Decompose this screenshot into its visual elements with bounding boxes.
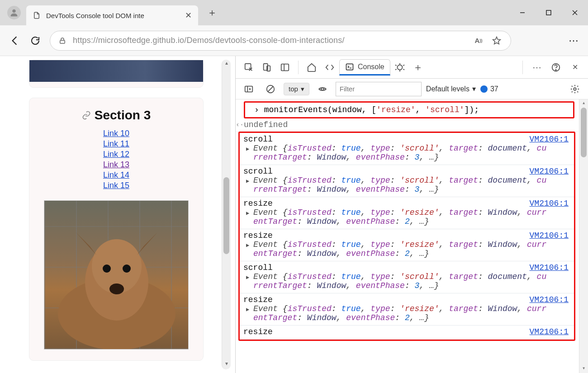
profile-icon[interactable] <box>7 6 21 19</box>
lock-icon <box>58 37 66 45</box>
console-filter-input[interactable] <box>336 82 422 96</box>
console-events-box: scrollVM2106:1▶Event {isTrusted: true, t… <box>238 132 575 341</box>
console-command-text: monitorEvents(window, ['resize', 'scroll… <box>264 105 479 114</box>
page-scrollbar[interactable]: ▴ ▾ <box>222 60 231 369</box>
favorite-icon[interactable] <box>491 35 503 47</box>
placeholder-image <box>29 60 203 82</box>
browser-tab[interactable]: DevTools Console tool DOM inte ✕ <box>26 5 198 25</box>
tab-title: DevTools Console tool DOM inte <box>46 12 180 19</box>
expand-triangle-icon[interactable]: ▶ <box>246 178 249 184</box>
scroll-up-icon[interactable]: ▴ <box>222 60 231 69</box>
section2-image-card <box>29 60 204 88</box>
svg-marker-9 <box>76 232 96 255</box>
back-button[interactable] <box>8 34 21 47</box>
chevron-down-icon: ▾ <box>301 85 304 93</box>
section3-link[interactable]: Link 11 <box>29 139 203 149</box>
scroll-thumb[interactable] <box>581 108 587 157</box>
execution-context-selector[interactable]: top▾ <box>284 83 309 95</box>
console-event-row: resizeVM2106:1 <box>240 326 574 340</box>
page-viewport[interactable]: Section 3 Link 10Link 11Link 12Link 13Li… <box>3 60 222 369</box>
section3-image <box>44 200 189 349</box>
console-event-row: resizeVM2106:1▶Event {isTrusted: true, t… <box>240 229 574 261</box>
source-link[interactable]: VM2106:1 <box>530 263 569 272</box>
svg-point-34 <box>321 88 324 90</box>
svg-rect-2 <box>546 10 551 15</box>
scroll-thumb[interactable] <box>223 177 229 254</box>
console-command-row: › monitorEvents(window, ['resize', 'scro… <box>244 101 574 118</box>
console-tab[interactable]: Console <box>339 59 390 76</box>
tab-close-icon[interactable]: ✕ <box>185 10 192 20</box>
console-return-text: undefined <box>244 120 574 129</box>
svg-line-25 <box>403 65 404 66</box>
new-tab-button[interactable]: ＋ <box>204 5 220 20</box>
source-link[interactable]: VM2106:1 <box>530 327 569 336</box>
devtools-close-icon[interactable]: ✕ <box>566 60 583 75</box>
source-link[interactable]: VM2106:1 <box>530 295 569 304</box>
expand-triangle-icon[interactable]: ▶ <box>246 146 249 152</box>
scroll-down-icon[interactable]: ▾ <box>579 365 588 373</box>
close-window-button[interactable] <box>562 0 588 25</box>
expand-triangle-icon[interactable]: ▶ <box>246 274 249 281</box>
devtools-more-icon[interactable]: ⋯ <box>528 60 545 75</box>
browser-menu-button[interactable]: ⋯ <box>567 35 580 47</box>
svg-point-0 <box>12 9 15 13</box>
expand-triangle-icon[interactable]: ▶ <box>246 210 249 217</box>
source-link[interactable]: VM2106:1 <box>530 231 569 240</box>
svg-point-13 <box>109 283 124 294</box>
source-link[interactable]: VM2106:1 <box>530 135 569 144</box>
maximize-button[interactable] <box>536 0 562 25</box>
browser-toolbar: https://microsoftedge.github.io/Demos/de… <box>0 25 588 56</box>
device-emulation-icon[interactable] <box>258 60 275 75</box>
svg-point-11 <box>103 264 111 273</box>
console-event-row: scrollVM2106:1▶Event {isTrusted: true, t… <box>240 165 574 197</box>
console-event-row: resizeVM2106:1▶Event {isTrusted: true, t… <box>240 293 574 326</box>
dock-side-icon[interactable] <box>276 60 294 75</box>
section3-link[interactable]: Link 10 <box>29 129 203 138</box>
live-expression-icon[interactable] <box>314 81 331 97</box>
scroll-up-icon[interactable]: ▴ <box>579 99 588 108</box>
expand-triangle-icon[interactable]: ▶ <box>246 306 249 313</box>
url-text: https://microsoftedge.github.io/Demos/de… <box>73 36 466 45</box>
source-link[interactable]: VM2106:1 <box>530 199 569 208</box>
svg-rect-5 <box>60 40 65 43</box>
svg-line-27 <box>403 69 404 70</box>
minimize-button[interactable] <box>509 0 536 25</box>
svg-rect-30 <box>245 86 253 92</box>
devtools-panel: Console ＋ ⋯ ✕ top▾ Default levels ▾ 37 <box>235 56 588 373</box>
welcome-tab-icon[interactable] <box>303 60 320 75</box>
read-aloud-icon[interactable]: A)) <box>473 35 484 47</box>
console-output[interactable]: › monitorEvents(window, ['resize', 'scro… <box>236 99 588 373</box>
console-filterbar: top▾ Default levels ▾ 37 <box>236 79 588 99</box>
link-icon <box>82 111 91 120</box>
source-link[interactable]: VM2106:1 <box>530 167 569 176</box>
section3-link[interactable]: Link 15 <box>29 181 203 190</box>
console-event-row: resizeVM2106:1▶Event {isTrusted: true, t… <box>240 197 574 229</box>
issues-counter[interactable]: 37 <box>480 85 498 93</box>
section3-card: Section 3 Link 10Link 11Link 12Link 13Li… <box>29 98 204 361</box>
expand-triangle-icon[interactable]: ▶ <box>246 242 249 249</box>
content-area: Section 3 Link 10Link 11Link 12Link 13Li… <box>0 56 588 373</box>
issues-tab-icon[interactable] <box>391 60 408 75</box>
address-bar[interactable]: https://microsoftedge.github.io/Demos/de… <box>50 31 511 51</box>
console-settings-icon[interactable] <box>566 81 583 97</box>
devtools-tabbar: Console ＋ ⋯ ✕ <box>236 56 588 79</box>
log-levels-selector[interactable]: Default levels ▾ <box>426 85 476 93</box>
devtools-help-icon[interactable] <box>547 60 564 75</box>
console-event-row: scrollVM2106:1▶Event {isTrusted: true, t… <box>240 261 574 293</box>
console-scrollbar[interactable]: ▴ ▾ <box>579 99 588 373</box>
refresh-button[interactable] <box>29 34 42 47</box>
svg-marker-10 <box>137 232 157 255</box>
clear-console-icon[interactable] <box>262 81 279 97</box>
section3-link[interactable]: Link 12 <box>29 150 203 159</box>
prompt-icon: › <box>254 105 259 114</box>
section3-link[interactable]: Link 13 <box>29 160 203 170</box>
section3-link[interactable]: Link 14 <box>29 170 203 180</box>
inspect-element-icon[interactable] <box>240 60 257 75</box>
svg-point-12 <box>123 264 131 273</box>
sidebar-toggle-icon[interactable] <box>240 81 257 97</box>
scroll-down-icon[interactable]: ▾ <box>222 360 231 369</box>
elements-tab-icon[interactable] <box>321 60 338 75</box>
add-tab-icon[interactable]: ＋ <box>409 60 427 75</box>
console-return-row: ‹· undefined <box>236 118 578 132</box>
window-titlebar: DevTools Console tool DOM inte ✕ ＋ <box>0 0 588 25</box>
